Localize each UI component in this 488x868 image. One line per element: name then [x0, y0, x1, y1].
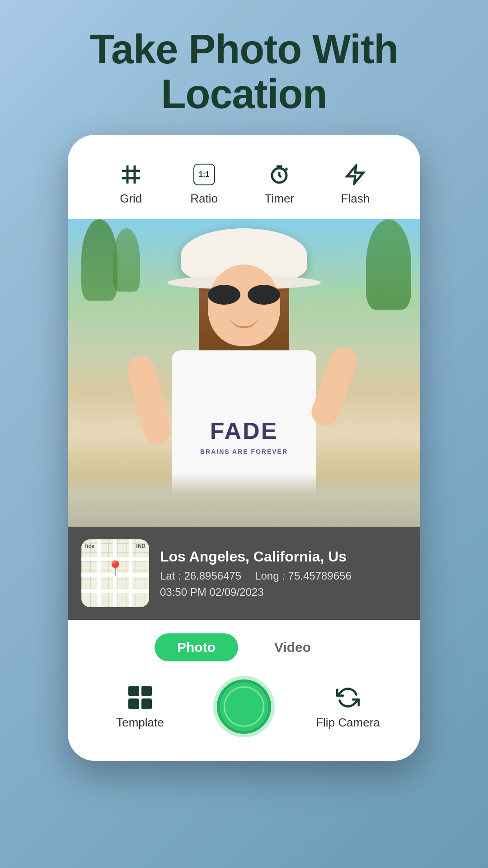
- location-coords: Lat : 26.8956475 Long : 75.45789656: [160, 570, 407, 582]
- sunglasses: [203, 285, 285, 307]
- grid-cell-3: [128, 698, 139, 709]
- location-datetime: 03:50 PM 02/09/2023: [160, 586, 407, 599]
- grid-4-icon: [128, 686, 152, 709]
- map-label-right: IND: [136, 543, 145, 549]
- mode-tabs: Photo Video: [68, 620, 420, 670]
- phone-mockup: Grid 1:1 Ratio Timer: [68, 135, 420, 761]
- grid-icon: [118, 162, 144, 187]
- flip-camera-label: Flip Camera: [316, 716, 380, 730]
- flip-camera-icon: [334, 684, 361, 711]
- lat-display: Lat : 26.8956475: [160, 570, 241, 582]
- lat-label: Lat :: [160, 570, 181, 582]
- grid-cell-1: [128, 686, 139, 697]
- flip-camera-button[interactable]: Flip Camera: [312, 684, 384, 730]
- long-label: Long :: [255, 570, 285, 582]
- template-button[interactable]: Template: [104, 684, 176, 730]
- shirt-text-line2: BRAINS ARE FOREVER: [200, 448, 288, 455]
- map-pin: 📍: [106, 560, 124, 577]
- ratio-label: Ratio: [190, 192, 218, 206]
- ratio-icon: 1:1: [192, 162, 217, 187]
- location-city: Los Angeles, California, Us: [160, 548, 407, 565]
- svg-line-6: [286, 168, 287, 170]
- grid-cell-4: [141, 698, 152, 709]
- map-road-v3: [129, 539, 132, 607]
- grid-cell-2: [141, 686, 152, 697]
- long-value: 75.45789656: [288, 570, 352, 582]
- toolbar-item-grid[interactable]: Grid: [118, 162, 144, 206]
- map-grid: 📍 fice IND: [81, 539, 149, 607]
- bottom-controls: Template Flip Camera: [68, 670, 420, 738]
- template-label: Template: [116, 716, 164, 730]
- tab-photo[interactable]: Photo: [155, 633, 238, 661]
- camera-preview: FADE BRAINS ARE FOREVER: [68, 219, 420, 527]
- svg-marker-7: [347, 165, 363, 184]
- shutter-inner: [224, 686, 264, 727]
- timer-icon: [267, 162, 292, 187]
- long-display: Long : 75.45789656: [255, 570, 352, 582]
- tab-video[interactable]: Video: [252, 633, 333, 661]
- map-road-v1: [97, 539, 101, 607]
- toolbar: Grid 1:1 Ratio Timer: [68, 153, 420, 219]
- timer-label: Timer: [265, 192, 294, 206]
- location-info: Los Angeles, California, Us Lat : 26.895…: [160, 548, 407, 599]
- shirt-text-line1: FADE: [200, 417, 288, 444]
- map-label-left: fice: [85, 543, 94, 549]
- flash-icon: [343, 162, 368, 187]
- ratio-box-value: 1:1: [193, 164, 215, 185]
- toolbar-item-timer[interactable]: Timer: [265, 162, 294, 206]
- location-overlay: 📍 fice IND Los Angeles, California, Us L…: [68, 527, 420, 620]
- lat-value: 26.8956475: [184, 570, 241, 582]
- main-title: Take Photo WithLocation: [36, 27, 452, 117]
- toolbar-item-ratio[interactable]: 1:1 Ratio: [190, 162, 218, 206]
- map-thumbnail: 📍 fice IND: [81, 539, 149, 607]
- template-icon: [127, 684, 154, 711]
- toolbar-item-flash[interactable]: Flash: [341, 162, 370, 206]
- viewfinder: FADE BRAINS ARE FOREVER: [68, 219, 420, 527]
- grid-label: Grid: [120, 192, 142, 206]
- shutter-button[interactable]: [217, 679, 271, 734]
- flash-label: Flash: [341, 192, 370, 206]
- title-section: Take Photo WithLocation: [0, 0, 488, 135]
